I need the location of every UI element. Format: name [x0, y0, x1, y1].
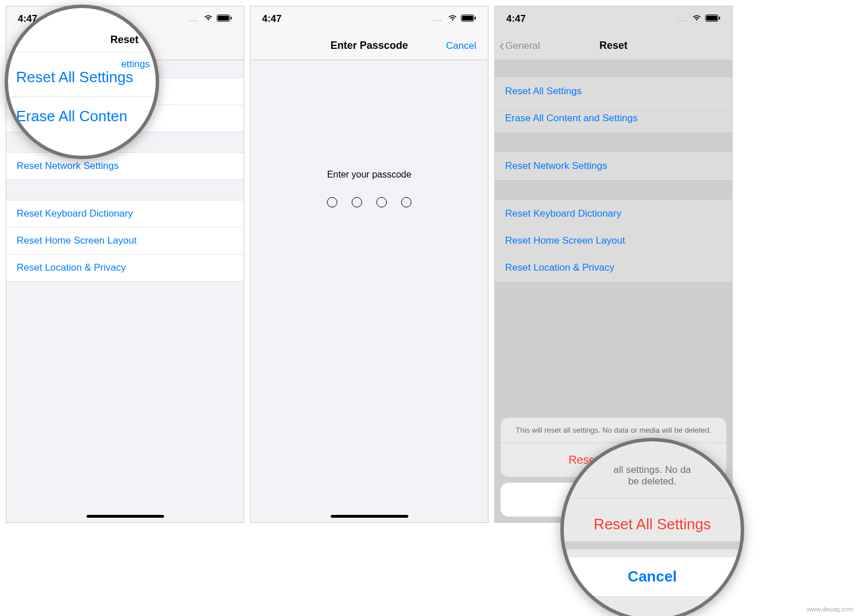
- cellular-dots-icon: ....: [189, 16, 198, 22]
- magnifier-callout-1: Reset Reset All Settings Erase All Conte…: [5, 5, 159, 159]
- nav-bar: ‹ General Reset: [495, 32, 732, 60]
- home-indicator[interactable]: [86, 515, 164, 518]
- watermark: www.deuaq.com: [807, 606, 853, 613]
- reset-home-screen-layout-cell[interactable]: Reset Home Screen Layout: [6, 228, 244, 255]
- status-time: 4:47: [262, 13, 282, 25]
- passcode-dot-2: [352, 197, 362, 207]
- wifi-icon: [448, 14, 457, 24]
- svg-rect-1: [218, 16, 229, 21]
- section-2: Reset Network Settings: [495, 152, 732, 180]
- passcode-dot-1: [327, 197, 337, 207]
- status-icons: ....: [433, 14, 476, 24]
- back-label: General: [505, 40, 540, 52]
- section-3: Reset Keyboard Dictionary Reset Home Scr…: [495, 200, 732, 282]
- status-icons: ....: [189, 14, 232, 24]
- battery-icon: [461, 14, 476, 24]
- section-3: Reset Keyboard Dictionary Reset Home Scr…: [6, 200, 244, 282]
- magnified-erase-all-content: Erase All Conten: [16, 107, 148, 125]
- section-2: Reset Network Settings: [6, 152, 244, 180]
- reset-network-settings-cell[interactable]: Reset Network Settings: [6, 152, 244, 180]
- phone-screen-3: 4:47 .... ‹ General Reset Reset All Sett…: [494, 6, 733, 523]
- passcode-prompt: Enter your passcode: [251, 170, 488, 180]
- phone-screen-2: 4:47 .... Enter Passcode Cancel Enter yo…: [250, 6, 488, 523]
- battery-icon: [217, 14, 232, 24]
- reset-keyboard-dictionary-cell[interactable]: Reset Keyboard Dictionary: [495, 200, 732, 228]
- nav-title: Reset: [599, 40, 628, 52]
- wifi-icon: [692, 14, 702, 24]
- reset-network-settings-cell[interactable]: Reset Network Settings: [495, 152, 732, 180]
- status-bar: 4:47 ....: [495, 6, 732, 32]
- magnified-reset-all-settings: Reset All Settings: [16, 68, 148, 86]
- cancel-button[interactable]: Cancel: [446, 40, 476, 52]
- passcode-dot-4: [401, 197, 411, 207]
- magnified-cancel-button: Cancel: [560, 568, 744, 586]
- home-indicator[interactable]: [330, 515, 408, 518]
- reset-location-privacy-cell[interactable]: Reset Location & Privacy: [6, 255, 244, 282]
- magnified-sheet-message: all settings. No dabe deleted.: [564, 464, 741, 487]
- section-1: Reset All Settings Erase All Content and…: [495, 78, 732, 132]
- svg-rect-5: [475, 17, 476, 20]
- passcode-dots: [251, 197, 488, 207]
- svg-rect-2: [230, 17, 232, 20]
- magnified-reset-all-settings-button: Reset All Settings: [564, 515, 741, 533]
- battery-icon: [705, 14, 721, 24]
- content-area: Enter your passcode: [251, 60, 488, 522]
- reset-keyboard-dictionary-cell[interactable]: Reset Keyboard Dictionary: [6, 200, 244, 228]
- status-time: 4:47: [506, 13, 526, 25]
- chevron-left-icon: ‹: [499, 37, 504, 54]
- nav-title: Enter Passcode: [330, 40, 408, 52]
- reset-all-settings-cell[interactable]: Reset All Settings: [495, 78, 732, 105]
- svg-rect-7: [706, 16, 717, 21]
- erase-all-content-cell[interactable]: Erase All Content and Settings: [495, 105, 732, 132]
- passcode-dot-3: [376, 197, 387, 207]
- status-icons: ....: [678, 14, 721, 24]
- back-button[interactable]: ‹ General: [499, 37, 540, 54]
- svg-rect-8: [719, 17, 720, 20]
- cellular-dots-icon: ....: [433, 16, 442, 22]
- action-sheet-message: This will reset all settings. No data or…: [501, 418, 726, 443]
- magnifier-callout-2: all settings. No dabe deleted. Reset All…: [560, 438, 744, 616]
- magnifier-nav-title: Reset: [110, 34, 138, 46]
- reset-location-privacy-cell[interactable]: Reset Location & Privacy: [495, 255, 732, 282]
- cellular-dots-icon: ....: [678, 16, 687, 22]
- svg-rect-4: [462, 16, 473, 21]
- status-bar: 4:47 ....: [251, 6, 488, 32]
- nav-bar: Enter Passcode Cancel: [251, 32, 488, 60]
- wifi-icon: [203, 14, 213, 24]
- reset-home-screen-layout-cell[interactable]: Reset Home Screen Layout: [495, 228, 732, 255]
- magnified-settings-partial: ettings: [121, 59, 150, 70]
